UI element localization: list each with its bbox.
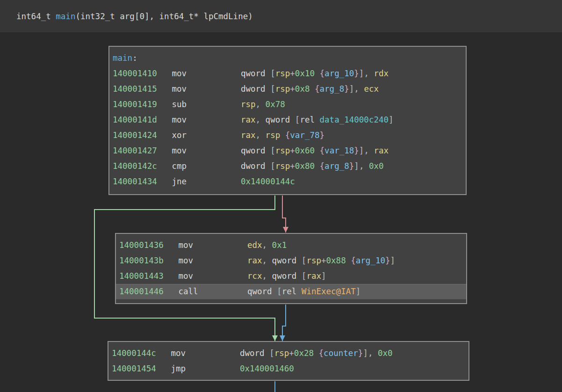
instruction-line[interactable]: 140001410movqword [rsp+0x10 {arg_10}], r…	[113, 66, 462, 81]
token-brace: {	[320, 161, 325, 171]
instruction-address: 14000142c	[113, 159, 172, 174]
token-reg: rsp	[241, 100, 256, 109]
token-default: qword	[272, 271, 302, 281]
token-reg: rax	[247, 256, 262, 265]
token-punct: ,	[354, 84, 364, 94]
token-reg: rsp	[275, 161, 290, 171]
token-reg: rsp	[275, 84, 290, 94]
token-import: WinExec@IAT	[302, 287, 356, 296]
token-punct: ,	[368, 348, 378, 358]
token-punct: +	[289, 348, 294, 358]
token-brace: }	[320, 131, 325, 140]
instruction-operands: rax, qword [rel data_14000c240]	[241, 115, 394, 124]
token-reg: rax	[374, 146, 389, 155]
instruction-operands: qword [rsp+0x60 {var_18}], rax	[241, 146, 389, 155]
instruction-mnemonic: cmp	[172, 159, 241, 174]
token-punct: ]	[390, 256, 396, 265]
token-num: 0x88	[326, 256, 346, 265]
instruction-line[interactable]: 140001446callqword [rel WinExec@IAT]	[116, 284, 466, 299]
token-punct: [	[270, 69, 275, 78]
token-default	[315, 161, 320, 171]
token-punct: [	[270, 146, 275, 155]
token-reg: ecx	[364, 84, 379, 94]
instruction-address: 140001443	[119, 269, 178, 284]
instruction-line[interactable]: 140001424xorrax, rsp {var_78}	[113, 128, 462, 143]
token-default: dword	[240, 348, 269, 358]
token-punct: +	[290, 161, 295, 171]
token-num: 0x1	[272, 240, 287, 250]
instruction-line[interactable]: 14000144cmovdword [rsp+0x28 {counter}], …	[112, 346, 465, 361]
token-default	[314, 348, 319, 358]
token-var: var_78	[290, 131, 319, 140]
token-default	[280, 131, 285, 140]
instruction-operands: dword [rsp+0x28 {counter}], 0x0	[240, 348, 393, 358]
instruction-line[interactable]: 140001443movrcx, qword [rax]	[119, 269, 463, 284]
instruction-line[interactable]: 140001436movedx, 0x1	[119, 238, 463, 253]
token-func: main	[56, 12, 75, 21]
token-punct: [	[302, 256, 307, 265]
token-punct: ,	[256, 115, 266, 124]
instruction-mnemonic: mov	[178, 253, 247, 269]
instruction-line[interactable]: 14000141dmovrax, qword [rel data_14000c2…	[113, 112, 462, 128]
token-punct: ]	[356, 287, 361, 296]
token-default	[315, 69, 320, 78]
token-var: arg_8	[324, 161, 349, 171]
token-num: 0x0	[378, 348, 393, 358]
instruction-address: 140001415	[113, 81, 172, 97]
token-punct: ,	[364, 146, 374, 155]
instruction-operands: dword [rsp+0x8 {arg_8}], ecx	[241, 84, 379, 94]
instruction-address: 140001424	[113, 128, 172, 143]
instruction-line[interactable]: 140001427movqword [rsp+0x60 {var_18}], r…	[113, 143, 462, 159]
token-default: :	[132, 53, 137, 63]
instruction-line[interactable]: 14000143bmovrax, qword [rsp+0x88 {arg_10…	[119, 253, 463, 269]
token-reg: rdx	[374, 69, 389, 78]
token-punct: [	[269, 348, 274, 358]
token-num: 0x10	[295, 69, 315, 78]
token-brace: {	[285, 131, 290, 140]
token-punct: [	[270, 84, 275, 94]
token-var: counter	[324, 348, 358, 358]
token-default: rel	[300, 115, 319, 124]
instruction-mnemonic: mov	[172, 66, 241, 81]
instruction-address: 140001436	[119, 238, 178, 253]
basic-block-140001410[interactable]: main:140001410movqword [rsp+0x10 {arg_10…	[108, 46, 467, 195]
instruction-mnemonic: xor	[172, 128, 241, 143]
token-default	[315, 146, 320, 155]
instruction-operands: dword [rsp+0x80 {arg_8}], 0x0	[241, 161, 384, 171]
instruction-line[interactable]: 14000142ccmpdword [rsp+0x80 {arg_8}], 0x…	[113, 159, 462, 174]
token-reg: rsp	[274, 348, 289, 358]
instruction-operands: qword [rsp+0x10 {arg_10}], rdx	[241, 69, 389, 78]
disassembly-graph-view[interactable]: int64_t main(int32_t arg[0], int64_t* lp…	[0, 0, 562, 392]
token-brace: }	[349, 161, 354, 171]
basic-block-140001436[interactable]: 140001436movedx, 0x114000143bmovrax, qwo…	[115, 233, 467, 304]
token-data: data_14000c240	[320, 115, 389, 124]
token-default: qword	[266, 115, 295, 124]
token-num: 0x28	[294, 348, 314, 358]
instruction-address: 14000141d	[113, 112, 172, 128]
token-punct: [	[295, 115, 300, 124]
token-num: 0x60	[295, 146, 315, 155]
instruction-mnemonic: mov	[178, 238, 247, 253]
token-punct: +	[290, 84, 295, 94]
token-var: arg_8	[320, 84, 345, 94]
basic-block-14000144c[interactable]: 14000144cmovdword [rsp+0x28 {counter}], …	[108, 341, 469, 381]
instruction-mnemonic: mov	[172, 81, 241, 97]
instruction-line[interactable]: 140001454jmp0x140001460	[112, 361, 465, 377]
token-var: arg_10	[324, 69, 354, 78]
instruction-mnemonic: mov	[172, 112, 241, 128]
token-reg: edx	[247, 240, 262, 250]
token-default: qword	[272, 256, 302, 265]
instruction-address: 14000143b	[119, 253, 178, 269]
instruction-line[interactable]: 140001419subrsp, 0x78	[113, 97, 462, 112]
instruction-line[interactable]: 140001434jne0x14000144c	[113, 174, 462, 189]
function-label-line[interactable]: main:	[113, 51, 462, 66]
token-num: 0x78	[266, 100, 285, 109]
token-brace: {	[320, 69, 325, 78]
instruction-operands: edx, 0x1	[247, 240, 287, 250]
token-punct: +	[290, 69, 295, 78]
token-punct: ]	[349, 84, 354, 94]
token-func: main	[113, 53, 132, 63]
token-reg: rcx	[247, 271, 262, 281]
token-reg: rax	[306, 271, 321, 281]
instruction-line[interactable]: 140001415movdword [rsp+0x8 {arg_8}], ecx	[113, 81, 462, 97]
